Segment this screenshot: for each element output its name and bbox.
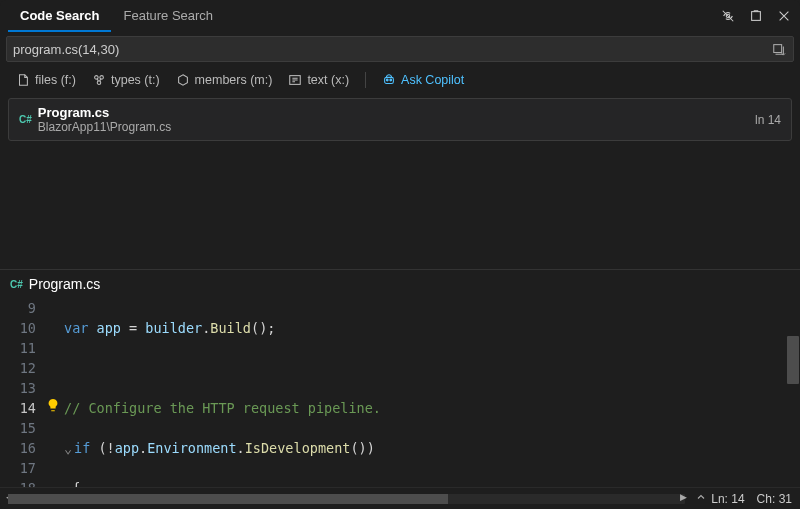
editor-filename: Program.cs [29,276,101,292]
vertical-scrollbar[interactable] [786,296,800,487]
file-icon [16,73,30,87]
svg-point-5 [97,81,101,85]
result-path: BlazorApp11\Program.cs [38,120,755,134]
result-line: ln 14 [755,113,781,127]
scroll-right-icon[interactable]: ▶ [680,492,687,502]
search-tabs: Code Search Feature Search [8,1,225,32]
filter-members[interactable]: members (m:) [176,73,273,87]
close-icon[interactable] [776,8,792,24]
tab-code-search[interactable]: Code Search [8,1,111,32]
scrollbar-thumb[interactable] [8,494,448,504]
tab-feature-search[interactable]: Feature Search [111,1,225,32]
csharp-badge-icon: C# [10,279,23,290]
line-gutter: 9 10 11 12 13 14 15 16 17 18 19 [0,296,46,487]
svg-rect-1 [752,12,761,21]
types-icon [92,73,106,87]
scrollbar-thumb[interactable] [787,336,799,384]
csharp-badge-icon: C# [19,114,32,125]
filter-files[interactable]: files (f:) [16,73,76,87]
members-icon [176,73,190,87]
copilot-icon [382,73,396,87]
editor-tab[interactable]: C# Program.cs [0,269,800,296]
title-bar: Code Search Feature Search [0,0,800,32]
eye-off-icon[interactable] [720,8,736,24]
filter-bar: files (f:) types (t:) members (m:) text … [0,66,800,94]
svg-rect-2 [774,45,782,53]
glyph-margin [46,296,64,487]
horizontal-scrollbar[interactable]: ◀ ▶ [8,494,685,504]
result-filename: Program.cs [38,105,755,120]
ask-copilot[interactable]: Ask Copilot [382,73,464,87]
lightbulb-icon[interactable] [46,398,60,415]
svg-point-9 [390,79,392,81]
status-bar: ◀ ▶ Ln: 14 Ch: 31 [0,487,800,509]
result-text: Program.cs BlazorApp11\Program.cs [38,105,755,134]
search-result[interactable]: C# Program.cs BlazorApp11\Program.cs ln … [8,98,792,141]
svg-point-8 [386,79,388,81]
text-icon [288,73,302,87]
code-content[interactable]: var app = builder.Build(); // Configure … [64,296,800,487]
chevron-up-icon[interactable] [695,491,707,506]
status-column[interactable]: Ch: 31 [757,492,792,506]
fold-icon[interactable]: ⌄ [64,438,74,458]
filter-separator [365,72,366,88]
search-input[interactable] [13,42,771,57]
filter-types[interactable]: types (t:) [92,73,160,87]
search-dropdown-icon[interactable] [771,41,787,57]
status-line[interactable]: Ln: 14 [711,492,744,506]
filter-text[interactable]: text (x:) [288,73,349,87]
search-input-container[interactable] [6,36,794,62]
results-empty-area [0,149,800,269]
pin-icon[interactable] [748,8,764,24]
code-editor[interactable]: 9 10 11 12 13 14 15 16 17 18 19 var app … [0,296,800,487]
